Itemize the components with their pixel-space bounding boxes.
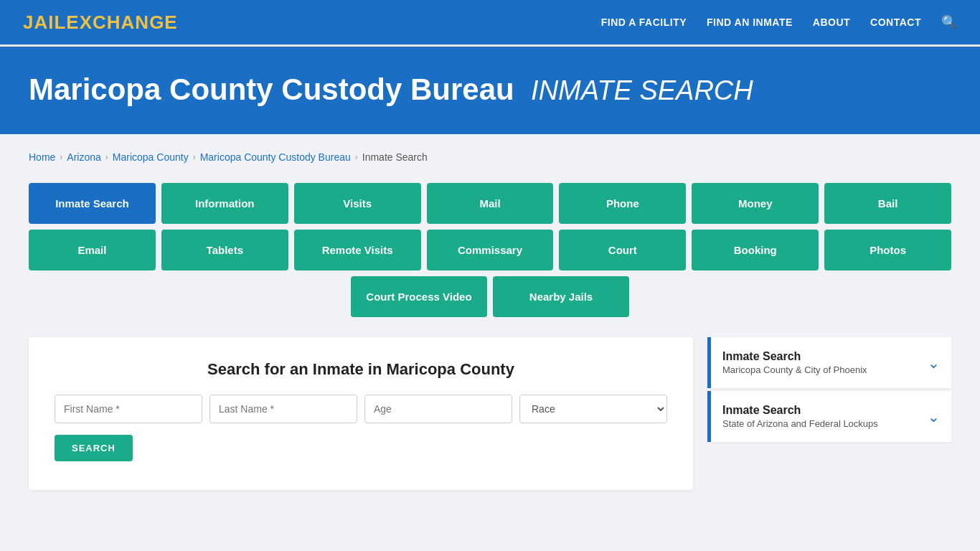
nav-find-facility[interactable]: FIND A FACILITY (601, 17, 687, 28)
search-button[interactable]: SEARCH (55, 435, 133, 461)
search-title: Search for an Inmate in Maricopa County (55, 360, 667, 379)
tab-remote-visits[interactable]: Remote Visits (294, 230, 421, 270)
sep2: › (105, 152, 108, 162)
search-card: Search for an Inmate in Maricopa County … (29, 337, 693, 490)
sidebar-maricopa-title: Inmate Search (722, 350, 867, 363)
tab-phone[interactable]: Phone (559, 183, 686, 224)
main-layout: Search for an Inmate in Maricopa County … (29, 337, 951, 490)
hero-title: Maricopa County Custody Bureau (29, 72, 514, 106)
sep3: › (193, 152, 196, 162)
sidebar-item-maricopa[interactable]: Inmate Search Maricopa County & City of … (707, 337, 951, 388)
chevron-down-icon-2: ⌄ (928, 408, 940, 425)
last-name-input[interactable] (209, 395, 357, 423)
sep4: › (355, 152, 358, 162)
site-logo[interactable]: JAILEXCHANGE (23, 11, 178, 34)
nav-find-inmate[interactable]: FIND AN INMATE (707, 17, 793, 28)
tab-grid: Inmate Search Information Visits Mail Ph… (29, 183, 951, 317)
tab-court[interactable]: Court (559, 230, 686, 270)
race-select[interactable]: Race White Black Hispanic Asian Native A… (519, 395, 667, 423)
nav-contact[interactable]: CONTACT (870, 17, 921, 28)
tab-bail[interactable]: Bail (824, 183, 951, 224)
tab-email[interactable]: Email (29, 230, 156, 270)
tab-visits[interactable]: Visits (294, 183, 421, 224)
navbar: JAILEXCHANGE FIND A FACILITY FIND AN INM… (0, 0, 980, 47)
sidebar-arizona-title: Inmate Search (722, 404, 878, 417)
first-name-input[interactable] (55, 395, 202, 423)
breadcrumb-arizona[interactable]: Arizona (67, 151, 100, 163)
nav-about[interactable]: ABOUT (813, 17, 850, 28)
sidebar: Inmate Search Maricopa County & City of … (707, 337, 951, 445)
tab-row-3: Court Process Video Nearby Jails (29, 276, 951, 317)
sidebar-item-arizona[interactable]: Inmate Search State of Arizona and Feder… (707, 391, 951, 442)
hero-subtitle: INMATE SEARCH (531, 75, 753, 105)
search-icon[interactable]: 🔍 (941, 14, 957, 30)
hero-section: Maricopa County Custody Bureau INMATE SE… (0, 47, 980, 134)
tab-information[interactable]: Information (161, 183, 288, 224)
tab-nearby-jails[interactable]: Nearby Jails (493, 276, 629, 317)
tab-row-2: Email Tablets Remote Visits Commissary C… (29, 230, 951, 270)
tab-booking[interactable]: Booking (692, 230, 819, 270)
sidebar-item-arizona-text: Inmate Search State of Arizona and Feder… (722, 404, 878, 429)
logo-jail: JAIL (23, 11, 66, 33)
tab-money[interactable]: Money (692, 183, 819, 224)
sidebar-item-maricopa-text: Inmate Search Maricopa County & City of … (722, 350, 867, 375)
chevron-down-icon: ⌄ (928, 354, 940, 372)
content-wrapper: Home › Arizona › Maricopa County › Maric… (0, 134, 980, 519)
sidebar-arizona-subtitle: State of Arizona and Federal Lockups (722, 418, 878, 429)
tab-row-1: Inmate Search Information Visits Mail Ph… (29, 183, 951, 224)
breadcrumb-current: Inmate Search (362, 151, 428, 163)
breadcrumb-maricopa-county[interactable]: Maricopa County (113, 151, 189, 163)
breadcrumb-custody-bureau[interactable]: Maricopa County Custody Bureau (200, 151, 351, 163)
nav-links: FIND A FACILITY FIND AN INMATE ABOUT CON… (601, 14, 957, 30)
tab-mail[interactable]: Mail (427, 183, 554, 224)
search-fields: Race White Black Hispanic Asian Native A… (55, 395, 667, 423)
tab-inmate-search[interactable]: Inmate Search (29, 183, 156, 224)
tab-commissary[interactable]: Commissary (427, 230, 554, 270)
breadcrumb-home[interactable]: Home (29, 151, 55, 163)
logo-exchange: EXCHANGE (66, 11, 177, 33)
page-title: Maricopa County Custody Bureau INMATE SE… (29, 72, 951, 107)
tab-photos[interactable]: Photos (824, 230, 951, 270)
tab-court-process-video[interactable]: Court Process Video (351, 276, 487, 317)
tab-tablets[interactable]: Tablets (161, 230, 288, 270)
sidebar-maricopa-subtitle: Maricopa County & City of Phoenix (722, 364, 867, 375)
breadcrumb: Home › Arizona › Maricopa County › Maric… (29, 151, 951, 163)
sep1: › (60, 152, 62, 162)
age-input[interactable] (364, 395, 512, 423)
